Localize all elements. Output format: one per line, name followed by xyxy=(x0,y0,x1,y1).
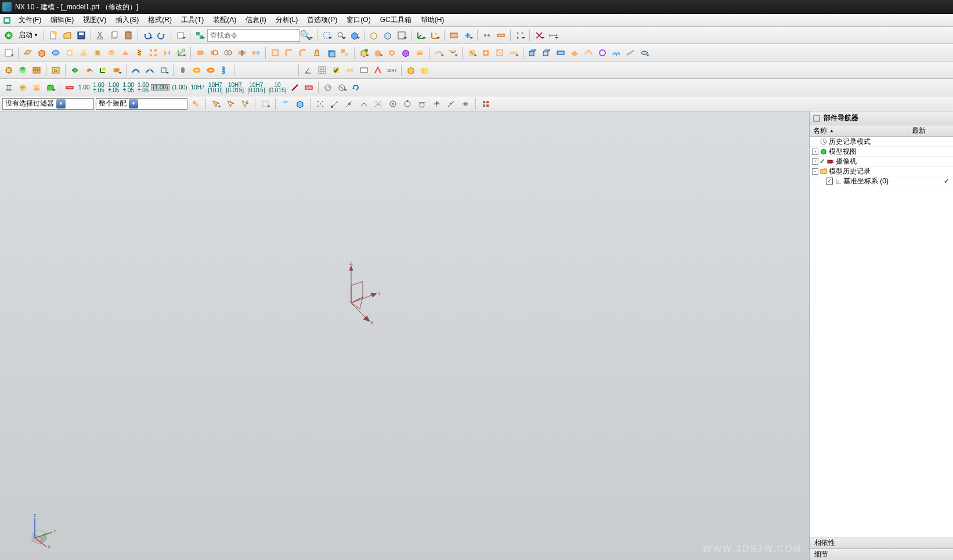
menu-window[interactable]: 窗口(O) xyxy=(342,14,375,26)
snap-node-icon[interactable] xyxy=(459,97,472,110)
redo-icon[interactable] xyxy=(155,29,168,42)
sheet6-icon[interactable] xyxy=(596,46,609,59)
synch2-icon[interactable] xyxy=(479,46,492,59)
revolve-icon[interactable] xyxy=(49,46,62,59)
boss-icon[interactable] xyxy=(77,46,90,59)
snap-end-icon[interactable] xyxy=(329,97,341,110)
new-file-icon[interactable] xyxy=(47,29,60,42)
info-object-icon[interactable] xyxy=(110,64,123,77)
snap-pts-icon[interactable] xyxy=(314,97,327,110)
datum-plane-icon[interactable] xyxy=(21,46,34,59)
tol-val-6[interactable]: (1.00) xyxy=(151,84,169,91)
tol-val-7[interactable]: (1.00) xyxy=(171,85,188,90)
tol-val-2[interactable]: 1.00 ±.05 xyxy=(92,82,105,93)
menu-tools[interactable]: 工具(T) xyxy=(176,14,208,26)
scope-combo[interactable]: 整个装配 ▼ xyxy=(96,98,187,110)
cut-icon[interactable] xyxy=(94,29,107,42)
check4-icon[interactable] xyxy=(371,64,384,77)
update-icon[interactable] xyxy=(349,81,362,94)
menu-help[interactable]: 帮助(H) xyxy=(416,14,449,26)
menu-info[interactable]: 信息(I) xyxy=(241,14,270,26)
tol-val-3[interactable]: 1.00 ±.05 xyxy=(107,82,120,93)
cylinder-texture-icon[interactable] xyxy=(176,64,189,77)
command-search-input[interactable] xyxy=(208,31,299,39)
paste-icon[interactable] xyxy=(122,29,135,42)
measure-icon[interactable] xyxy=(481,29,493,42)
snap-perp-icon[interactable] xyxy=(430,97,443,110)
wcs-dynamics-icon[interactable] xyxy=(96,64,109,77)
draft-icon[interactable] xyxy=(311,46,323,59)
tol-val-12[interactable]: 10 [0.015] xyxy=(268,82,288,93)
tol-d-icon[interactable] xyxy=(44,81,57,94)
layer-icon[interactable] xyxy=(395,29,408,42)
menu-view[interactable]: 视图(V) xyxy=(78,14,111,26)
diam1-icon[interactable] xyxy=(322,81,334,94)
snap-quad-icon[interactable] xyxy=(401,97,414,110)
check1-icon[interactable] xyxy=(330,64,342,77)
curve1-icon[interactable] xyxy=(129,64,142,77)
trim-body-icon[interactable] xyxy=(236,46,248,59)
menu-edit[interactable]: 编辑(E) xyxy=(46,14,78,26)
extrude-icon[interactable] xyxy=(35,46,48,59)
emboss-icon[interactable] xyxy=(119,46,132,59)
check3-icon[interactable] xyxy=(358,64,370,77)
edge-blend-icon[interactable] xyxy=(283,46,295,59)
unite-icon[interactable] xyxy=(194,46,207,59)
touch-mode-icon[interactable] xyxy=(193,29,206,42)
navigator-tree[interactable]: 历史记录模式 + 模型视图 + ✓ 摄像机 - 模型历史记录 ✓ 基准坐 xyxy=(810,137,953,537)
sel-d-icon[interactable] xyxy=(239,97,251,110)
tree-node-datum-csys[interactable]: ✓ 基准坐标系 (0) ✓ xyxy=(810,176,953,186)
menu-format[interactable]: 格式(R) xyxy=(143,14,176,26)
surface2-icon[interactable] xyxy=(446,46,459,59)
tree-node-cameras[interactable]: + ✓ 摄像机 xyxy=(810,157,953,167)
tree-node-model-history[interactable]: - 模型历史记录 xyxy=(810,167,953,176)
tol-val-1[interactable]: 1.00 xyxy=(77,85,91,90)
mirror-feature-icon[interactable] xyxy=(161,46,174,59)
pattern-feature-icon[interactable] xyxy=(147,46,160,59)
move-object-icon[interactable] xyxy=(2,64,15,77)
sheet3-icon[interactable] xyxy=(554,46,567,59)
sheet8-icon[interactable] xyxy=(624,46,637,59)
navigator-dependency-row[interactable]: 相依性 xyxy=(810,537,953,548)
immediate-hide-icon[interactable] xyxy=(381,29,394,42)
offset-face-icon[interactable] xyxy=(324,46,337,59)
layer-visible-icon[interactable] xyxy=(30,64,43,77)
edit-section-icon[interactable] xyxy=(461,29,474,42)
snap-mid-icon[interactable] xyxy=(343,97,356,110)
sheet5-icon[interactable] xyxy=(582,46,595,59)
constraint-icon[interactable] xyxy=(533,29,546,42)
render-style-icon[interactable] xyxy=(348,29,361,42)
sketch-icon[interactable] xyxy=(2,46,15,59)
wcs-orient-icon[interactable] xyxy=(428,29,441,42)
sel-b-icon[interactable] xyxy=(210,97,222,110)
intersect-icon[interactable] xyxy=(222,46,234,59)
tol-e-icon[interactable] xyxy=(63,81,76,94)
show-hide-icon[interactable] xyxy=(367,29,380,42)
tol-val-5[interactable]: 1.00 ±.05 xyxy=(136,82,150,93)
more2-icon[interactable] xyxy=(371,46,384,59)
split-body-icon[interactable] xyxy=(250,46,262,59)
expand-icon[interactable]: + xyxy=(812,158,818,165)
tube-yellow-icon[interactable] xyxy=(190,64,203,77)
subtract-icon[interactable] xyxy=(208,46,221,59)
curve2-icon[interactable] xyxy=(143,64,156,77)
tree-node-model-views[interactable]: + 模型视图 xyxy=(810,147,953,157)
expression-icon[interactable]: fx xyxy=(49,64,62,77)
tol-b-icon[interactable] xyxy=(16,81,29,94)
snap-ctr-icon[interactable] xyxy=(387,97,399,110)
datum-csys-icon[interactable] xyxy=(175,46,187,59)
copy-feature-icon[interactable] xyxy=(174,29,187,42)
sel-rect-icon[interactable] xyxy=(259,97,272,110)
more4-icon[interactable] xyxy=(399,46,412,59)
angle-icon[interactable] xyxy=(302,64,315,77)
navigator-title-bar[interactable]: 部件导航器 xyxy=(810,111,953,125)
tol-val-8[interactable]: 10H7 xyxy=(190,85,206,90)
wcs-icon[interactable] xyxy=(414,29,427,42)
tolerance-feature-icon[interactable]: 10H7 xyxy=(385,64,398,77)
tol-c-icon[interactable] xyxy=(30,81,43,94)
thread-icon[interactable] xyxy=(133,46,146,59)
snap-curve-icon[interactable] xyxy=(358,97,370,110)
pocket-icon[interactable] xyxy=(91,46,104,59)
sheet4-icon[interactable] xyxy=(568,46,581,59)
more3-icon[interactable] xyxy=(385,46,398,59)
